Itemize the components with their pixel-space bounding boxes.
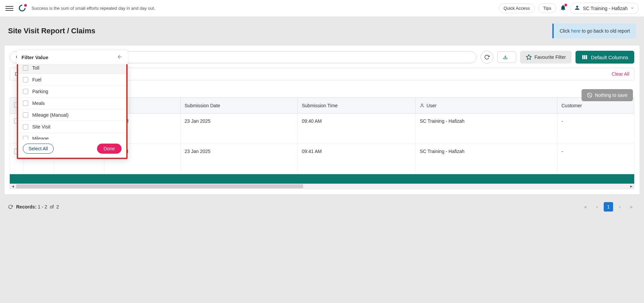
- top-bar: Success is the sum of small efforts repe…: [0, 0, 644, 17]
- pagination: « ‹ 1 › »: [581, 202, 636, 212]
- pager-first-icon[interactable]: «: [581, 202, 590, 212]
- scroll-left-arrow-icon[interactable]: ◀: [10, 184, 15, 189]
- cell-customer: -: [557, 144, 634, 174]
- tips-button[interactable]: Tips: [538, 3, 556, 13]
- favourite-filter-button[interactable]: Favourite Filter: [520, 51, 571, 64]
- filter-options-list: Toll Fuel Parking Meals Mileage (Manual)…: [18, 62, 126, 140]
- pager-prev-icon[interactable]: ‹: [592, 202, 602, 212]
- chevron-down-icon: [630, 6, 634, 11]
- clear-all-button[interactable]: Clear All: [612, 71, 629, 77]
- cell-submission-date: 23 Jan 2025: [180, 144, 297, 174]
- horizontal-scrollbar[interactable]: ◀ ▶: [10, 184, 634, 189]
- hamburger-menu-icon[interactable]: [5, 4, 13, 12]
- refresh-icon: [484, 54, 490, 60]
- scroll-right-arrow-icon[interactable]: ▶: [629, 184, 634, 189]
- checkbox[interactable]: [23, 124, 28, 129]
- pager-page-1[interactable]: 1: [604, 202, 613, 212]
- top-right-actions: Quick Access Tips SC Training - Hafizah: [499, 3, 639, 14]
- svg-rect-4: [582, 55, 584, 59]
- scroll-thumb[interactable]: [16, 184, 303, 188]
- columns-icon: [582, 54, 588, 60]
- checkbox[interactable]: [23, 89, 28, 94]
- quick-access-button[interactable]: Quick Access: [499, 3, 535, 13]
- star-icon: [526, 54, 532, 60]
- filter-option-site-visit[interactable]: Site Visit: [18, 121, 126, 133]
- svg-point-9: [421, 104, 423, 105]
- filter-back-arrow-icon[interactable]: [117, 54, 123, 61]
- user-header[interactable]: User: [416, 98, 557, 114]
- svg-rect-6: [586, 55, 587, 59]
- app-logo-icon[interactable]: [19, 5, 26, 12]
- table-footer-bar: [10, 174, 634, 184]
- cell-submission-time: 09:40 AM: [297, 114, 415, 144]
- svg-rect-5: [584, 55, 586, 59]
- info-banner: Click here to go back to old report: [552, 24, 636, 38]
- filter-option-mileage[interactable]: Mileage: [18, 133, 126, 140]
- no-save-icon: [587, 92, 592, 98]
- cell-submission-time: 09:41 AM: [297, 144, 415, 174]
- notifications-icon[interactable]: [560, 4, 566, 12]
- pager-last-icon[interactable]: »: [627, 202, 636, 212]
- filter-value-popup: Toll Fuel Parking Meals Mileage (Manual)…: [17, 62, 128, 159]
- checkbox[interactable]: [23, 77, 28, 82]
- filter-popup-title: Filter Value: [21, 54, 48, 60]
- nothing-to-save-badge: Nothing to save: [582, 89, 633, 101]
- checkbox[interactable]: [23, 112, 28, 118]
- bottom-bar: Records: 1 - 2 of 2 « ‹ 1 › »: [0, 199, 644, 215]
- cell-user: SC Training - Hafizah: [416, 114, 557, 144]
- filter-option-meals[interactable]: Meals: [18, 98, 126, 109]
- page-title: Site Visit Report / Claims: [8, 27, 95, 35]
- submission-date-header[interactable]: Submission Date: [180, 98, 297, 114]
- user-header-icon: [420, 103, 424, 108]
- filter-option-parking[interactable]: Parking: [18, 86, 126, 98]
- svg-marker-3: [526, 55, 531, 60]
- cell-customer: -: [557, 114, 634, 144]
- refresh-records-icon[interactable]: [8, 204, 13, 209]
- filter-popup-footer: Select All Done: [18, 140, 126, 158]
- pager-next-icon[interactable]: ›: [615, 202, 625, 212]
- cell-submission-date: 23 Jan 2025: [180, 114, 297, 144]
- download-icon: [503, 55, 508, 60]
- filter-option-fuel[interactable]: Fuel: [18, 74, 126, 86]
- user-name: SC Training - Hafizah: [583, 6, 628, 11]
- submission-time-header[interactable]: Submission Time: [297, 98, 415, 114]
- old-report-link[interactable]: here: [571, 28, 581, 34]
- checkbox[interactable]: [23, 101, 28, 106]
- filter-popup-header: Filter Value: [17, 50, 128, 64]
- select-all-button[interactable]: Select All: [23, 144, 54, 154]
- user-dropdown[interactable]: SC Training - Hafizah: [570, 3, 639, 14]
- checkbox[interactable]: [23, 136, 28, 140]
- header-quote: Success is the sum of small efforts repe…: [32, 6, 493, 11]
- filter-option-mileage-manual[interactable]: Mileage (Manual): [18, 109, 126, 121]
- checkbox[interactable]: [23, 65, 28, 71]
- default-columns-button[interactable]: Default Columns: [576, 51, 634, 64]
- refresh-button[interactable]: [480, 51, 493, 64]
- done-button[interactable]: Done: [97, 144, 122, 154]
- page-header: Site Visit Report / Claims Click here to…: [0, 17, 644, 45]
- export-button[interactable]: [497, 51, 516, 63]
- svg-line-8: [588, 93, 591, 97]
- user-icon: [574, 5, 580, 12]
- cell-user: SC Training - Hafizah: [416, 144, 557, 174]
- records-info: Records: 1 - 2 of 2: [8, 204, 59, 210]
